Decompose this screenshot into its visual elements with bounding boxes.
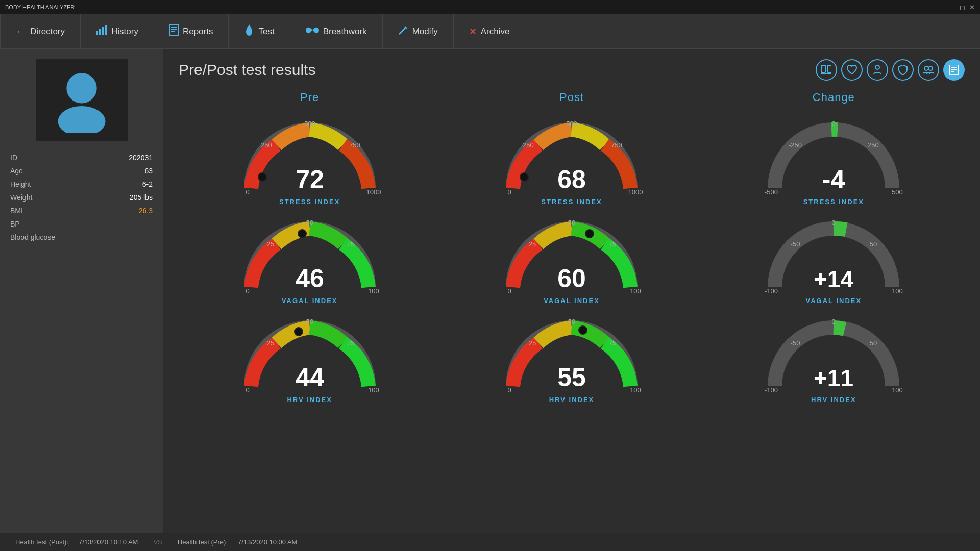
page-title: Pre/Post test results xyxy=(179,61,315,79)
svg-point-18 xyxy=(928,66,933,70)
svg-text:25: 25 xyxy=(266,339,274,347)
archive-icon: ✕ xyxy=(469,26,477,37)
bmi-value: 26.3 xyxy=(139,207,153,215)
col-header-change: Change xyxy=(703,91,965,104)
weight-label: Weight xyxy=(10,193,32,202)
svg-text:0: 0 xyxy=(507,287,511,295)
svg-rect-3 xyxy=(105,25,107,35)
patient-height-row: Height 6-2 xyxy=(10,178,153,191)
restore-button[interactable]: ◻ xyxy=(960,4,965,11)
sidebar: ID 202031 Age 63 Height 6-2 Weight 205 l… xyxy=(0,49,163,533)
svg-text:500: 500 xyxy=(304,120,315,128)
icon-btn-compare[interactable] xyxy=(816,59,837,81)
hrv-post-gauge: 0 25 50 75 100 55 HRV INDEX xyxy=(440,310,702,409)
hrv-pre-label: HRV INDEX xyxy=(287,396,332,404)
col-header-pre: Pre xyxy=(179,91,440,104)
hrv-change-gauge: -100 -50 0 50 100 +11 HRV INDEX xyxy=(703,310,965,409)
main-layout: ID 202031 Age 63 Height 6-2 Weight 205 l… xyxy=(0,49,980,533)
icon-btn-shield[interactable] xyxy=(892,59,914,81)
svg-text:68: 68 xyxy=(557,165,586,194)
svg-text:75: 75 xyxy=(347,240,354,248)
navbar: ← Directory History Reports Test Breathw… xyxy=(0,14,980,49)
age-label: Age xyxy=(10,167,23,175)
stress-pre-label: STRESS INDEX xyxy=(279,198,340,206)
height-label: Height xyxy=(10,180,31,188)
svg-text:+11: +11 xyxy=(814,365,853,391)
nav-test-label: Test xyxy=(258,27,274,37)
nav-directory[interactable]: ← Directory xyxy=(0,14,81,48)
icon-btn-group[interactable] xyxy=(918,59,939,81)
svg-text:-50: -50 xyxy=(791,240,800,248)
svg-point-11 xyxy=(66,73,96,103)
svg-rect-1 xyxy=(99,29,101,35)
svg-point-70 xyxy=(579,326,587,334)
nav-breathwork[interactable]: Breathwork xyxy=(290,14,383,48)
glucose-label: Blood glucose xyxy=(10,233,55,241)
close-button[interactable]: ✕ xyxy=(969,4,975,11)
age-value: 63 xyxy=(144,167,153,175)
svg-point-43 xyxy=(298,230,306,238)
vagal-post-gauge: 0 25 50 75 100 60 VAGAL INDEX xyxy=(440,211,702,310)
svg-text:+14: +14 xyxy=(814,266,853,292)
id-value: 202031 xyxy=(129,154,153,162)
nav-archive[interactable]: ✕ Archive xyxy=(454,14,526,48)
svg-text:50: 50 xyxy=(568,219,575,227)
icon-btn-heart[interactable] xyxy=(841,59,863,81)
nav-breathwork-label: Breathwork xyxy=(323,27,367,37)
history-icon xyxy=(96,25,107,38)
patient-weight-row: Weight 205 lbs xyxy=(10,191,153,204)
svg-text:50: 50 xyxy=(306,318,313,325)
patient-id-row: ID 202031 xyxy=(10,151,153,164)
svg-text:1000: 1000 xyxy=(366,188,381,196)
height-value: 6-2 xyxy=(142,180,153,188)
stress-post-gauge: 0 250 500 750 1000 68 STRESS INDEX xyxy=(440,112,702,211)
nav-archive-label: Archive xyxy=(481,27,510,37)
svg-text:100: 100 xyxy=(892,386,903,394)
vagal-change-gauge: -100 -50 0 50 100 +14 VAGAL INDEX xyxy=(703,211,965,310)
nav-history-label: History xyxy=(111,27,138,37)
avatar xyxy=(36,59,128,141)
test-icon xyxy=(244,24,254,38)
patient-age-row: Age 63 xyxy=(10,164,153,178)
svg-text:100: 100 xyxy=(630,287,641,295)
svg-text:100: 100 xyxy=(892,287,903,295)
svg-text:55: 55 xyxy=(557,363,586,392)
svg-text:0: 0 xyxy=(246,188,249,196)
bp-label: BP xyxy=(10,220,20,228)
status-vs: VS xyxy=(153,538,162,546)
nav-modify[interactable]: Modify xyxy=(383,14,454,48)
nav-directory-label: Directory xyxy=(30,27,65,37)
id-label: ID xyxy=(10,154,17,162)
svg-rect-0 xyxy=(96,31,98,35)
hrv-change-label: HRV INDEX xyxy=(811,396,856,404)
directory-icon: ← xyxy=(16,26,26,37)
nav-modify-label: Modify xyxy=(412,27,438,37)
titlebar-controls[interactable]: — ◻ ✕ xyxy=(949,4,975,11)
svg-rect-2 xyxy=(102,27,104,35)
content-icon-row xyxy=(816,59,965,81)
svg-text:60: 60 xyxy=(557,264,586,293)
svg-text:0: 0 xyxy=(832,120,836,128)
icon-btn-person[interactable] xyxy=(867,59,888,81)
hrv-pre-gauge: 0 25 50 75 100 44 HRV INDEX xyxy=(179,310,440,409)
icon-btn-report-active[interactable] xyxy=(943,59,965,81)
svg-text:750: 750 xyxy=(349,141,360,149)
svg-text:72: 72 xyxy=(296,165,324,194)
svg-text:-250: -250 xyxy=(789,141,802,149)
svg-text:-4: -4 xyxy=(822,165,845,194)
svg-text:250: 250 xyxy=(523,141,534,149)
svg-point-16 xyxy=(875,65,879,69)
vagal-change-label: VAGAL INDEX xyxy=(805,297,862,305)
vagal-pre-gauge: 0 25 50 75 100 46 VAGAL INDEX xyxy=(179,211,440,310)
nav-history[interactable]: History xyxy=(81,14,154,48)
stress-pre-gauge: 0 250 500 750 1000 72 STRESS INDEX xyxy=(179,112,440,211)
svg-text:-100: -100 xyxy=(765,287,778,295)
svg-text:75: 75 xyxy=(347,339,354,347)
svg-point-12 xyxy=(58,106,105,133)
svg-point-63 xyxy=(295,328,303,336)
svg-text:0: 0 xyxy=(246,386,249,394)
nav-reports[interactable]: Reports xyxy=(154,14,229,48)
minimize-button[interactable]: — xyxy=(949,4,955,11)
nav-test[interactable]: Test xyxy=(229,14,290,48)
svg-text:1000: 1000 xyxy=(628,188,643,196)
